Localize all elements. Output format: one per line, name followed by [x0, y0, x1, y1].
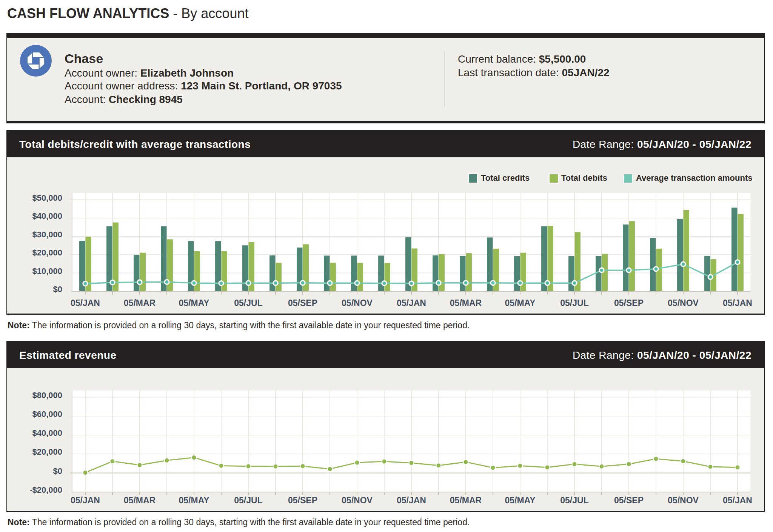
- svg-text:05/SEP: 05/SEP: [614, 495, 644, 505]
- svg-text:05/SEP: 05/SEP: [288, 495, 317, 505]
- svg-text:05/MAR: 05/MAR: [124, 495, 156, 505]
- svg-text:05/JUL: 05/JUL: [234, 495, 262, 505]
- svg-text:05/JUL: 05/JUL: [560, 495, 588, 505]
- svg-text:$20,000: $20,000: [32, 447, 62, 457]
- svg-text:05/NOV: 05/NOV: [342, 495, 373, 505]
- svg-text:$60,000: $60,000: [32, 409, 62, 419]
- svg-text:$40,000: $40,000: [32, 428, 62, 438]
- svg-text:05/MAY: 05/MAY: [179, 495, 209, 505]
- svg-text:05/MAY: 05/MAY: [505, 495, 536, 505]
- svg-text:05/JAN: 05/JAN: [397, 495, 426, 505]
- svg-text:05/NOV: 05/NOV: [668, 495, 699, 505]
- svg-text:05/MAR: 05/MAR: [450, 495, 482, 505]
- svg-text:05/JAN: 05/JAN: [723, 495, 752, 505]
- svg-text:$80,000: $80,000: [32, 391, 62, 400]
- svg-text:05/JAN: 05/JAN: [71, 495, 100, 505]
- svg-text:-$20,000: -$20,000: [29, 485, 62, 495]
- svg-text:$0: $0: [53, 466, 62, 476]
